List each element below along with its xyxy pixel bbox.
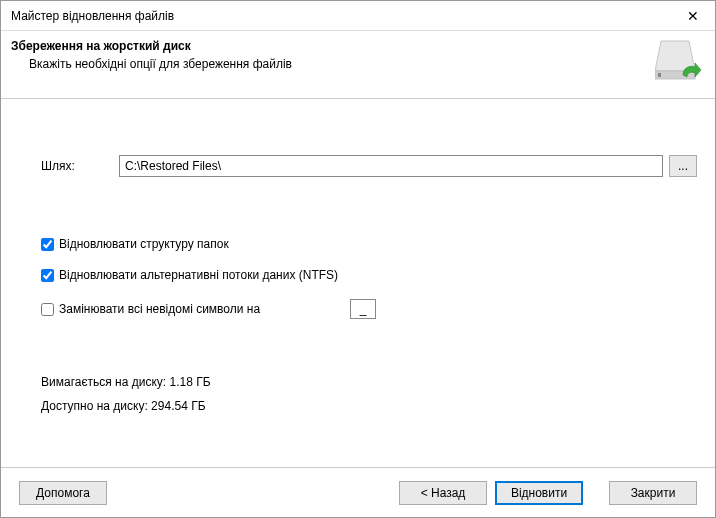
available-value: 294.54 ГБ [151,399,205,413]
replace-unknown-checkbox[interactable] [41,303,54,316]
restore-structure-checkbox[interactable] [41,238,54,251]
titlebar: Майстер відновлення файлів ✕ [1,1,715,31]
required-space: Вимагається на диску: 1.18 ГБ [41,375,697,389]
wizard-footer: Допомога < Назад Відновити Закрити [1,467,715,517]
back-button[interactable]: < Назад [399,481,487,505]
header-title: Збереження на жорсткий диск [11,39,699,53]
help-button[interactable]: Допомога [19,481,107,505]
path-label: Шлях: [19,159,119,173]
header-subtitle: Вкажіть необхідні опції для збереження ф… [11,57,699,71]
window-title: Майстер відновлення файлів [11,9,671,23]
replace-unknown-label: Замінювати всі невідомі символи на [59,302,260,316]
path-row: Шлях: ... [19,155,697,177]
restore-structure-row: Відновлювати структуру папок [41,237,697,251]
restore-structure-label: Відновлювати структуру папок [59,237,229,251]
required-value: 1.18 ГБ [170,375,211,389]
available-label: Доступно на диску: [41,399,148,413]
close-button[interactable]: Закрити [609,481,697,505]
disk-stats: Вимагається на диску: 1.18 ГБ Доступно н… [41,375,697,413]
restore-button[interactable]: Відновити [495,481,583,505]
replace-char-input[interactable] [350,299,376,319]
wizard-content: Шлях: ... Відновлювати структуру папок В… [1,99,715,413]
browse-button[interactable]: ... [669,155,697,177]
replace-unknown-row: Замінювати всі невідомі символи на [41,299,697,319]
available-space: Доступно на диску: 294.54 ГБ [41,399,697,413]
path-input[interactable] [119,155,663,177]
hdd-restore-icon [655,37,701,83]
wizard-header: Збереження на жорсткий диск Вкажіть необ… [1,31,715,99]
required-label: Вимагається на диску: [41,375,166,389]
restore-ads-checkbox[interactable] [41,269,54,282]
close-icon[interactable]: ✕ [671,1,715,31]
restore-ads-row: Відновлювати альтернативні потоки даних … [41,268,697,282]
restore-ads-label: Відновлювати альтернативні потоки даних … [59,268,338,282]
svg-rect-1 [658,73,661,77]
